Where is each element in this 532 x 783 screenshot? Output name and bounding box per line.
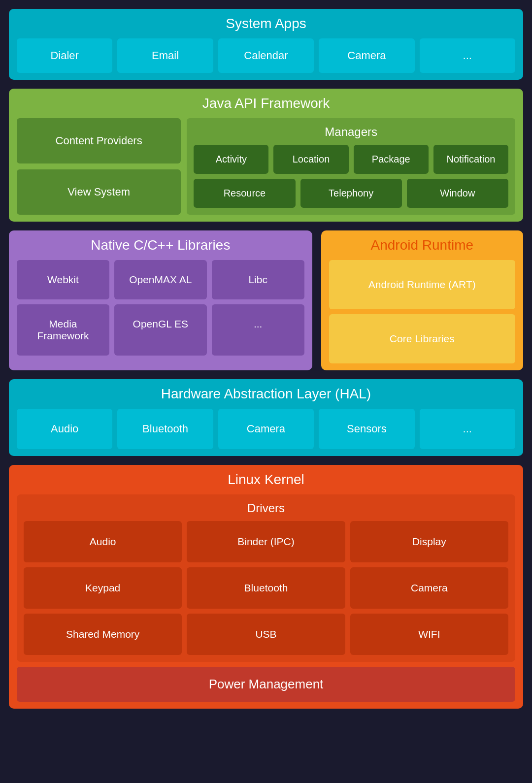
hal-bluetooth: Bluetooth bbox=[117, 409, 213, 449]
app-calendar: Calendar bbox=[218, 38, 314, 73]
linux-kernel-layer: Linux Kernel Drivers Audio Binder (IPC) … bbox=[9, 465, 523, 709]
native-opengl: OpenGL ES bbox=[114, 304, 207, 356]
native-libc: Libc bbox=[212, 260, 304, 299]
app-camera: Camera bbox=[319, 38, 414, 73]
hal-grid: Audio Bluetooth Camera Sensors ... bbox=[17, 409, 515, 449]
java-api-layer: Java API Framework Content Providers Vie… bbox=[9, 89, 523, 222]
runtime-core-libs: Core Libraries bbox=[329, 314, 515, 363]
driver-bluetooth: Bluetooth bbox=[187, 567, 345, 609]
manager-resource: Resource bbox=[194, 179, 295, 208]
hal-camera: Camera bbox=[218, 409, 314, 449]
view-system-tile: View System bbox=[17, 169, 181, 215]
driver-usb: USB bbox=[187, 614, 345, 655]
drivers-row3: Shared Memory USB WIFI bbox=[24, 614, 508, 655]
native-webkit: Webkit bbox=[17, 260, 109, 299]
managers-title: Managers bbox=[194, 125, 508, 139]
native-more: ... bbox=[212, 304, 304, 356]
power-management: Power Management bbox=[17, 667, 515, 702]
native-libs-title: Native C/C++ Libraries bbox=[17, 237, 304, 253]
native-grid-row2: Media Framework OpenGL ES ... bbox=[17, 304, 304, 356]
drivers-box: Drivers Audio Binder (IPC) Display Keypa… bbox=[17, 494, 515, 662]
runtime-grid: Android Runtime (ART) Core Libraries bbox=[329, 260, 515, 363]
java-api-title: Java API Framework bbox=[17, 96, 515, 111]
java-api-inner: Content Providers View System Managers A… bbox=[17, 118, 515, 215]
hal-title: Hardware Abstraction Layer (HAL) bbox=[17, 386, 515, 402]
managers-box: Managers Activity Location Package Notif… bbox=[187, 118, 515, 215]
managers-row2: Resource Telephony Window bbox=[194, 179, 508, 208]
drivers-row1: Audio Binder (IPC) Display bbox=[24, 521, 508, 562]
hal-layer: Hardware Abstraction Layer (HAL) Audio B… bbox=[9, 379, 523, 456]
manager-telephony: Telephony bbox=[300, 179, 402, 208]
native-media-framework: Media Framework bbox=[17, 304, 109, 356]
driver-shared-memory: Shared Memory bbox=[24, 614, 182, 655]
hal-audio: Audio bbox=[17, 409, 112, 449]
android-runtime-title: Android Runtime bbox=[329, 237, 515, 253]
java-left: Content Providers View System bbox=[17, 118, 181, 215]
manager-window: Window bbox=[407, 179, 508, 208]
driver-display: Display bbox=[350, 521, 508, 562]
native-runtime-row: Native C/C++ Libraries Webkit OpenMAX AL… bbox=[9, 230, 523, 370]
native-libs-layer: Native C/C++ Libraries Webkit OpenMAX AL… bbox=[9, 230, 312, 370]
native-grid-row1: Webkit OpenMAX AL Libc bbox=[17, 260, 304, 299]
driver-audio: Audio bbox=[24, 521, 182, 562]
driver-camera: Camera bbox=[350, 567, 508, 609]
app-more: ... bbox=[420, 38, 515, 73]
app-dialer: Dialer bbox=[17, 38, 112, 73]
manager-activity: Activity bbox=[194, 145, 268, 174]
native-openmax: OpenMAX AL bbox=[114, 260, 207, 299]
app-email: Email bbox=[117, 38, 213, 73]
manager-location: Location bbox=[273, 145, 348, 174]
system-apps-grid: Dialer Email Calendar Camera ... bbox=[17, 38, 515, 73]
manager-package: Package bbox=[354, 145, 429, 174]
manager-notification: Notification bbox=[433, 145, 508, 174]
linux-kernel-title: Linux Kernel bbox=[17, 472, 515, 488]
driver-wifi: WIFI bbox=[350, 614, 508, 655]
android-runtime-layer: Android Runtime Android Runtime (ART) Co… bbox=[321, 230, 523, 370]
system-apps-layer: System Apps Dialer Email Calendar Camera… bbox=[9, 9, 523, 80]
content-providers-tile: Content Providers bbox=[17, 118, 181, 163]
runtime-art: Android Runtime (ART) bbox=[329, 260, 515, 309]
drivers-row2: Keypad Bluetooth Camera bbox=[24, 567, 508, 609]
managers-row1: Activity Location Package Notification bbox=[194, 145, 508, 174]
system-apps-title: System Apps bbox=[17, 16, 515, 32]
drivers-title: Drivers bbox=[24, 501, 508, 515]
hal-more: ... bbox=[420, 409, 515, 449]
hal-sensors: Sensors bbox=[319, 409, 414, 449]
driver-keypad: Keypad bbox=[24, 567, 182, 609]
driver-binder: Binder (IPC) bbox=[187, 521, 345, 562]
